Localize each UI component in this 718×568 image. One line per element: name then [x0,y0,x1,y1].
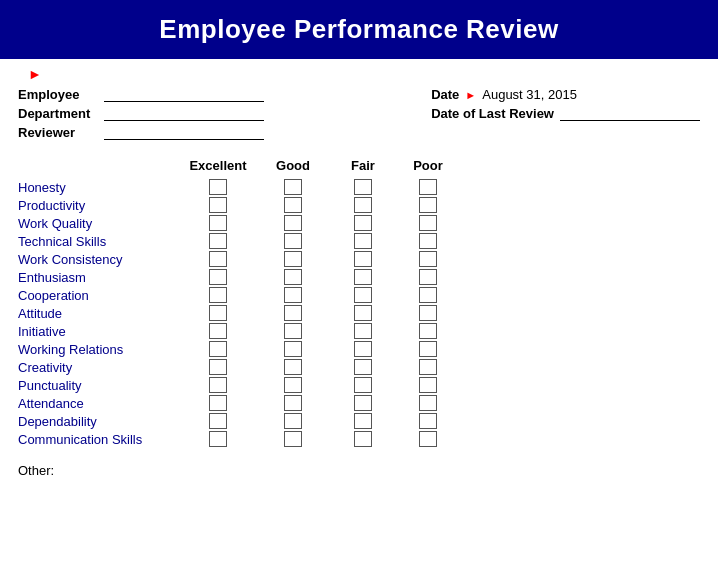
checkbox-box-poor[interactable] [419,197,437,213]
checkbox-box-fair[interactable] [354,341,372,357]
checkbox-box-poor[interactable] [419,179,437,195]
checkbox-box-excellent[interactable] [209,215,227,231]
checkbox-box-fair[interactable] [354,413,372,429]
checkbox-box-excellent[interactable] [209,287,227,303]
checkbox-box-good[interactable] [284,197,302,213]
checkbox-box-poor[interactable] [419,377,437,393]
left-fields: Employee Department Reviewer [18,87,264,140]
checkbox-box-fair[interactable] [354,323,372,339]
skill-label: Initiative [18,324,178,339]
checkbox-box-good[interactable] [284,269,302,285]
date-value: August 31, 2015 [482,87,602,102]
checkbox-box-poor[interactable] [419,395,437,411]
checkbox-box-good[interactable] [284,215,302,231]
checkbox-fair [328,359,398,375]
checkbox-box-fair[interactable] [354,395,372,411]
checkbox-box-fair[interactable] [354,287,372,303]
checkbox-box-excellent[interactable] [209,377,227,393]
checkbox-box-fair[interactable] [354,197,372,213]
checkbox-box-good[interactable] [284,395,302,411]
checkbox-box-excellent[interactable] [209,359,227,375]
employee-label: Employee [18,87,98,102]
employee-input[interactable] [104,88,264,102]
table-row: Work Consistency [18,251,700,267]
checkbox-box-excellent[interactable] [209,305,227,321]
checkbox-box-good[interactable] [284,287,302,303]
checkbox-box-good[interactable] [284,179,302,195]
skill-label: Communication Skills [18,432,178,447]
table-row: Honesty [18,179,700,195]
last-review-input[interactable] [560,107,700,121]
checkbox-excellent [178,431,258,447]
table-row: Working Relations [18,341,700,357]
checkbox-good [258,215,328,231]
checkbox-excellent [178,323,258,339]
checkbox-box-fair[interactable] [354,233,372,249]
checkbox-box-poor[interactable] [419,431,437,447]
department-input[interactable] [104,107,264,121]
table-row: Cooperation [18,287,700,303]
checkbox-box-poor[interactable] [419,233,437,249]
checkbox-box-excellent[interactable] [209,395,227,411]
table-row: Technical Skills [18,233,700,249]
checkbox-box-excellent[interactable] [209,323,227,339]
checkbox-box-good[interactable] [284,341,302,357]
checkbox-fair [328,269,398,285]
checkbox-fair [328,233,398,249]
checkbox-box-good[interactable] [284,413,302,429]
table-row: Dependability [18,413,700,429]
header-poor: Poor [398,158,458,173]
checkbox-box-good[interactable] [284,377,302,393]
checkbox-box-poor[interactable] [419,251,437,267]
checkbox-poor [398,323,458,339]
checkbox-box-good[interactable] [284,233,302,249]
checkbox-box-excellent[interactable] [209,197,227,213]
checkbox-fair [328,305,398,321]
checkbox-group [178,341,458,357]
checkbox-box-fair[interactable] [354,215,372,231]
checkbox-excellent [178,341,258,357]
checkbox-box-poor[interactable] [419,305,437,321]
checkbox-box-fair[interactable] [354,269,372,285]
checkbox-box-poor[interactable] [419,413,437,429]
red-arrow-icon: ► [28,66,42,82]
checkbox-fair [328,323,398,339]
table-row: Creativity [18,359,700,375]
checkbox-box-fair[interactable] [354,251,372,267]
checkbox-box-fair[interactable] [354,377,372,393]
reviewer-input[interactable] [104,126,264,140]
checkbox-box-poor[interactable] [419,359,437,375]
date-label: Date [431,87,459,102]
checkbox-box-fair[interactable] [354,305,372,321]
checkbox-box-good[interactable] [284,305,302,321]
checkbox-poor [398,341,458,357]
checkbox-box-good[interactable] [284,323,302,339]
checkbox-box-poor[interactable] [419,287,437,303]
checkbox-group [178,197,458,213]
checkbox-fair [328,431,398,447]
employee-field-line: Employee [18,87,264,102]
checkbox-box-good[interactable] [284,359,302,375]
checkbox-box-excellent[interactable] [209,179,227,195]
checkbox-box-poor[interactable] [419,341,437,357]
checkbox-box-excellent[interactable] [209,431,227,447]
checkbox-box-fair[interactable] [354,431,372,447]
checkbox-box-excellent[interactable] [209,251,227,267]
checkbox-box-good[interactable] [284,431,302,447]
checkbox-box-fair[interactable] [354,179,372,195]
checkbox-box-fair[interactable] [354,359,372,375]
checkbox-excellent [178,359,258,375]
checkbox-good [258,395,328,411]
skill-label: Punctuality [18,378,178,393]
checkbox-box-excellent[interactable] [209,233,227,249]
checkbox-box-poor[interactable] [419,269,437,285]
ratings-table: HonestyProductivityWork QualityTechnical… [18,179,700,449]
checkbox-box-poor[interactable] [419,323,437,339]
checkbox-box-good[interactable] [284,251,302,267]
checkbox-box-excellent[interactable] [209,269,227,285]
checkbox-excellent [178,287,258,303]
checkbox-box-excellent[interactable] [209,341,227,357]
checkbox-box-excellent[interactable] [209,413,227,429]
header-fair: Fair [328,158,398,173]
checkbox-box-poor[interactable] [419,215,437,231]
